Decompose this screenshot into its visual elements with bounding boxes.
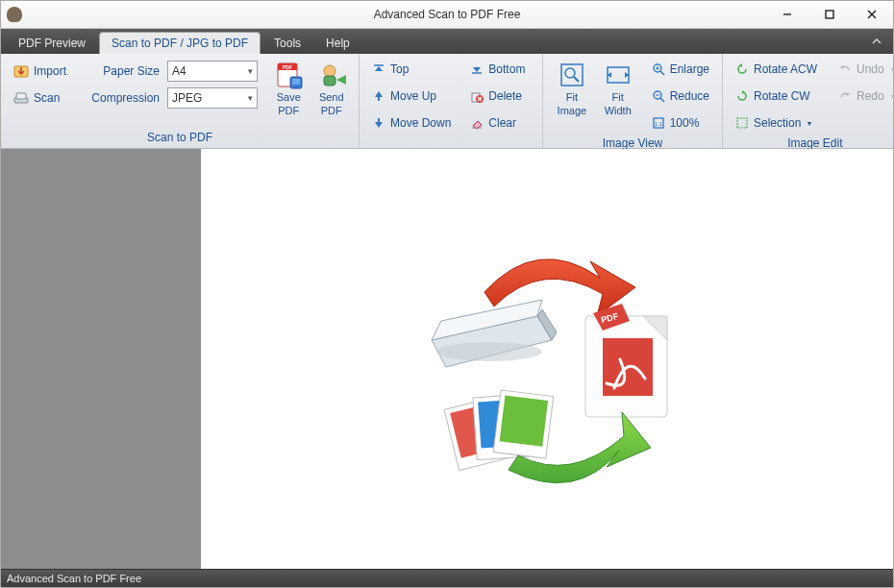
collapse-ribbon-button[interactable] [872,36,887,47]
top-label: Top [390,62,409,76]
svg-line-32 [574,77,579,82]
fit-width-button[interactable]: Fit Width [595,58,641,119]
paper-size-select[interactable]: A4 ▾ [167,61,258,82]
clear-button[interactable]: Clear [463,111,532,135]
app-window: Advanced Scan to PDF Free PDF Preview Sc… [0,0,894,588]
status-bar: Advanced Scan to PDF Free [1,569,893,587]
undo-label: Undo [857,62,884,76]
bottom-icon [470,62,484,76]
undo-icon [838,62,852,76]
fit-image-label-1: Fit [566,91,578,103]
group-scan-to-pdf: Import Scan Paper Size A4 ▾ [1,54,360,148]
preview-canvas[interactable]: PDF [201,149,893,569]
svg-marker-20 [375,122,383,128]
rotate-cw-icon [735,89,749,103]
enlarge-button[interactable]: Enlarge [645,58,716,81]
tab-pdf-preview[interactable]: PDF Preview [7,33,97,54]
scan-label: Scan [34,91,60,105]
enlarge-label: Enlarge [670,62,709,76]
redo-label: Redo [857,89,884,103]
svg-line-37 [660,71,664,75]
svg-marker-49 [847,92,850,96]
delete-button[interactable]: Delete [463,85,532,108]
selection-label: Selection [754,116,801,130]
move-down-icon [372,116,385,130]
tab-scan-to-pdf[interactable]: Scan to PDF / JPG to PDF [99,32,261,54]
bottom-label: Bottom [488,62,525,76]
save-pdf-button[interactable]: PDF Save PDF [267,58,310,119]
redo-icon [838,89,852,103]
svg-rect-47 [737,118,747,128]
redo-button[interactable]: Redo ▾ [832,85,894,108]
close-button[interactable] [851,1,893,28]
top-icon [372,62,385,76]
tab-tools[interactable]: Tools [262,33,312,54]
compression-select[interactable]: JPEG ▾ [167,87,258,109]
zoom-100-label: 100% [670,116,700,130]
save-pdf-label-2: PDF [278,105,299,116]
undo-button[interactable]: Undo ▾ [832,58,894,81]
group-list-ops: Top Move Up Move Down Bottom [360,54,543,148]
send-pdf-label-1: Send [319,91,344,103]
scan-button[interactable]: Scan [7,86,73,110]
move-up-label: Move Up [390,89,436,103]
selection-button[interactable]: Selection ▾ [729,111,824,135]
paper-size-value: A4 [172,64,186,78]
move-down-label: Move Down [390,116,451,130]
delete-label: Delete [488,89,522,103]
rotate-cw-label: Rotate CW [754,89,810,103]
svg-marker-17 [375,66,383,71]
reduce-button[interactable]: Reduce [645,85,716,108]
chevron-down-icon: ▾ [248,93,253,103]
move-down-button[interactable]: Move Down [365,111,458,135]
svg-rect-64 [500,395,549,446]
zoom-100-icon: 1:1 [652,116,665,130]
fit-image-icon [558,61,586,89]
send-pdf-icon [317,61,346,89]
send-pdf-button[interactable]: Send PDF [310,58,353,119]
fit-width-icon [604,61,633,89]
save-pdf-label-1: Save [277,91,301,103]
eraser-icon [470,116,484,130]
move-up-button[interactable]: Move Up [365,85,458,108]
rotate-acw-label: Rotate ACW [754,62,817,76]
fit-image-button[interactable]: Fit Image [549,58,595,119]
svg-marker-23 [473,67,481,72]
svg-rect-19 [378,97,380,101]
svg-line-41 [660,98,664,102]
fit-width-label-2: Width [605,105,632,116]
rotate-acw-button[interactable]: Rotate ACW [729,58,824,81]
zoom-100-button[interactable]: 1:1 100% [645,111,716,135]
import-button[interactable]: Import [7,60,73,83]
group-title-list [365,135,536,146]
top-button[interactable]: Top [365,58,458,81]
group-title-view: Image View [549,135,716,150]
maximize-button[interactable] [808,1,851,28]
svg-point-31 [565,68,575,78]
chevron-down-icon: ▾ [248,66,253,76]
ribbon: Import Scan Paper Size A4 ▾ [1,54,893,149]
group-title-edit: Image Edit [729,135,894,150]
thumbnail-panel[interactable] [1,149,201,569]
minimize-button[interactable] [766,1,808,28]
svg-point-53 [436,342,542,361]
tab-help[interactable]: Help [314,33,361,54]
fit-image-label-2: Image [558,105,587,116]
compression-label: Compression [83,91,163,105]
maximize-icon [825,10,834,19]
paper-size-label: Paper Size [83,64,163,78]
bottom-button[interactable]: Bottom [463,58,532,81]
work-area: PDF [1,149,893,569]
chevron-up-icon [872,37,882,45]
move-up-icon [372,89,385,103]
svg-marker-18 [375,91,383,97]
reduce-label: Reduce [670,89,709,103]
svg-rect-1 [826,11,833,18]
close-icon [867,10,877,19]
compression-value: JPEG [172,91,202,105]
rotate-cw-button[interactable]: Rotate CW [729,85,824,108]
zoom-in-icon [652,62,665,76]
fit-width-label-1: Fit [612,91,624,103]
clear-label: Clear [488,116,516,130]
group-image-view: Fit Image Fit Width Enlarge Reduce [543,54,723,148]
